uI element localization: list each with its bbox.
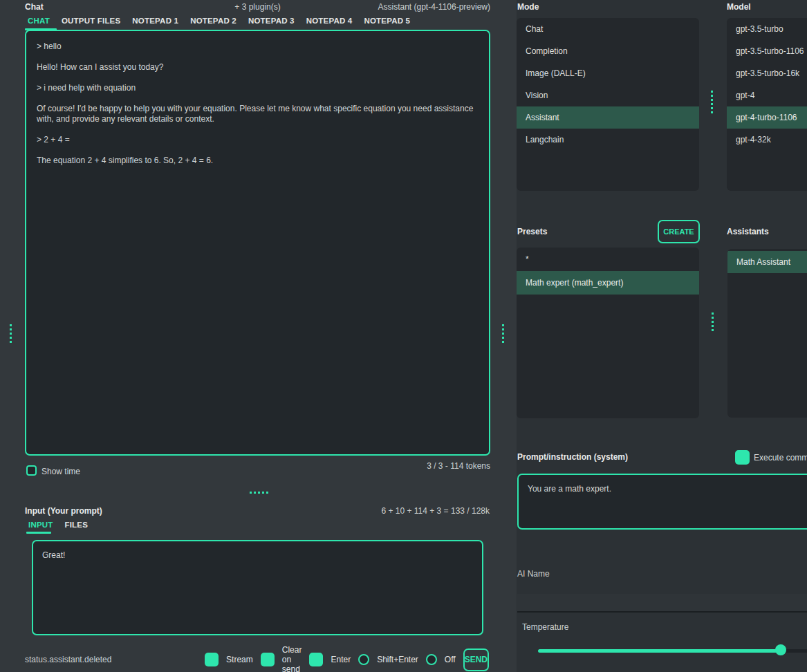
mode-item-image-dalle[interactable]: Image (DALL-E) [517, 62, 699, 84]
send-enter-checkbox[interactable] [309, 653, 323, 666]
temperature-label: Temperature [522, 622, 568, 632]
mode-item-chat[interactable]: Chat [517, 18, 699, 40]
input-tabs: INPUT FILES [28, 521, 88, 529]
send-off-label: Off [445, 655, 456, 664]
send-off-radio[interactable] [426, 654, 437, 665]
input-token-count: 6 + 10 + 114 + 3 = 133 / 128k [311, 506, 490, 516]
presets-assistants-splitter-grip[interactable] [712, 312, 714, 331]
mode-item-langchain[interactable]: Langchain [517, 129, 699, 151]
mode-panel-title: Mode [517, 2, 539, 12]
model-item-gpt-4-turbo-1106[interactable]: gpt-4-turbo-1106 [727, 106, 807, 129]
ai-name-label: AI Name [517, 569, 550, 579]
send-controls: Stream Clear on send Enter Shift+Enter O… [207, 648, 489, 671]
system-prompt-label: Prompt/instruction (system) [517, 452, 628, 462]
status-text: status.assistant.deleted [25, 655, 111, 664]
prompt-input-textarea[interactable]: Great! [32, 540, 483, 635]
tab-notepad-3[interactable]: NOTEPAD 3 [248, 17, 295, 25]
model-item-gpt-35-turbo[interactable]: gpt-3.5-turbo [727, 18, 807, 40]
assistants-panel-title: Assistants [727, 227, 769, 236]
temperature-slider-fill [538, 649, 781, 653]
tab-files[interactable]: FILES [65, 521, 89, 529]
model-list: gpt-3.5-turbo gpt-3.5-turbo-1106 gpt-3.5… [727, 18, 807, 191]
mode-model-splitter-grip[interactable] [711, 91, 713, 113]
mode-item-assistant[interactable]: Assistant [517, 106, 699, 129]
assistant-item-math-assistant[interactable]: Math Assistant [727, 251, 807, 273]
chat-panel-title: Chat [25, 2, 44, 12]
show-time-label: Show time [41, 467, 80, 476]
input-section-label: Input (Your prompt) [25, 506, 102, 516]
tab-output-files[interactable]: OUTPUT FILES [62, 17, 120, 25]
chat-message: Hello! How can I assist you today? [37, 62, 479, 73]
send-shift-enter-radio[interactable] [358, 654, 369, 665]
tab-chat[interactable]: CHAT [28, 17, 50, 25]
tab-input[interactable]: INPUT [28, 521, 53, 529]
model-item-gpt-35-turbo-1106[interactable]: gpt-3.5-turbo-1106 [727, 40, 807, 62]
ai-name-input[interactable] [517, 594, 807, 613]
show-time-checkbox[interactable] [26, 465, 37, 476]
session-mode-indicator: Assistant (gpt-4-1106-preview) [318, 2, 490, 12]
preset-item-math-expert[interactable]: Math expert (math_expert) [517, 271, 699, 295]
model-item-gpt-4-32k[interactable]: gpt-4-32k [727, 129, 807, 151]
tab-notepad-2[interactable]: NOTEPAD 2 [190, 17, 236, 25]
mode-list: Chat Completion Image (DALL-E) Vision As… [517, 18, 699, 191]
app-window: Chat + 3 plugin(s) Assistant (gpt-4-1106… [0, 0, 807, 672]
send-button[interactable]: SEND [463, 648, 489, 671]
chat-message: > 2 + 4 = [37, 135, 479, 145]
execute-commands-label: Execute commands [754, 453, 807, 463]
create-preset-button[interactable]: CREATE [658, 220, 700, 243]
model-item-gpt-35-turbo-16k[interactable]: gpt-3.5-turbo-16k [727, 62, 807, 84]
clear-on-send-label: Clear on send [282, 645, 302, 672]
chat-tabs: CHAT OUTPUT FILES NOTEPAD 1 NOTEPAD 2 NO… [28, 17, 410, 25]
tab-notepad-5[interactable]: NOTEPAD 5 [364, 17, 410, 25]
model-item-gpt-4[interactable]: gpt-4 [727, 84, 807, 106]
stream-label: Stream [226, 655, 253, 664]
tab-notepad-4[interactable]: NOTEPAD 4 [306, 17, 353, 25]
plugins-indicator: + 3 plugin(s) [194, 2, 322, 12]
temperature-slider-thumb[interactable] [775, 644, 786, 655]
left-splitter-grip[interactable] [10, 324, 12, 343]
chat-right-splitter-grip[interactable] [502, 324, 504, 343]
send-enter-label: Enter [331, 655, 351, 664]
chat-token-count: 3 / 3 - 114 tokens [346, 461, 490, 471]
chat-output-area[interactable]: > hello Hello! How can I assist you toda… [25, 30, 490, 456]
tab-notepad-1[interactable]: NOTEPAD 1 [132, 17, 178, 25]
horizontal-splitter-grip[interactable] [250, 492, 268, 494]
clear-on-send-checkbox[interactable] [261, 653, 275, 666]
presets-panel-title: Presets [517, 227, 547, 236]
chat-message: > i need help with equation [37, 83, 479, 93]
assistants-list: Math Assistant [727, 249, 807, 418]
mode-item-completion[interactable]: Completion [517, 40, 699, 62]
system-prompt-textarea[interactable]: You are a math expert. [517, 474, 807, 530]
temperature-slider[interactable] [538, 642, 807, 660]
presets-list: * Math expert (math_expert) [517, 248, 699, 418]
input-tab-underline [26, 532, 51, 534]
chat-message: Of course! I'd be happy to help you with… [37, 104, 479, 124]
model-panel-title: Model [727, 2, 751, 12]
mode-item-vision[interactable]: Vision [517, 84, 699, 106]
chat-message: The equation 2 + 4 simplifies to 6. So, … [37, 156, 479, 166]
send-shift-enter-label: Shift+Enter [377, 655, 418, 664]
preset-item-default[interactable]: * [517, 248, 699, 271]
stream-checkbox[interactable] [205, 653, 219, 666]
chat-message: > hello [37, 41, 479, 52]
execute-commands-checkbox[interactable] [735, 450, 750, 465]
